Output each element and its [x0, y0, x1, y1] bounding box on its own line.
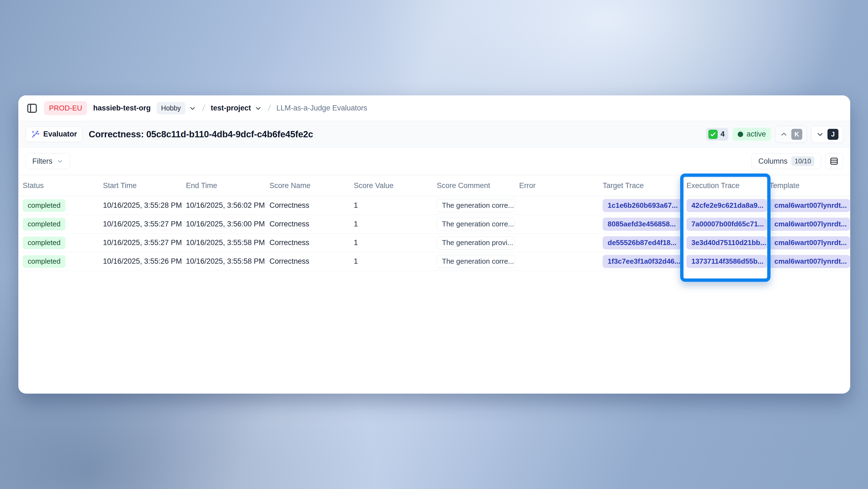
sidebar-toggle-icon[interactable]	[26, 102, 38, 114]
score-comment-pill[interactable]: The generation corre...	[437, 255, 515, 268]
col-header-error[interactable]: Error	[519, 181, 603, 190]
columns-count-badge: 10/10	[791, 156, 814, 166]
start-time-cell: 10/16/2025, 3:55:27 PM	[103, 238, 186, 247]
evaluator-detail-card: PROD-EU hassieb-test-org Hobby / test-pr…	[18, 95, 850, 394]
evaluator-type-label: Evaluator	[43, 130, 77, 138]
score-value-cell: 1	[354, 257, 437, 266]
status-badge: completed	[23, 255, 65, 268]
rows-icon	[829, 156, 839, 166]
execution-trace-link[interactable]: 42cfe2e9c621da8a9...	[686, 199, 767, 212]
breadcrumb-project-selector[interactable]: test-project	[211, 104, 262, 112]
wand-sparkles-icon	[31, 130, 40, 139]
col-header-execution-trace[interactable]: Execution Trace	[686, 181, 769, 190]
score-name-cell: Correctness	[270, 238, 354, 247]
score-value-cell: 1	[354, 220, 437, 228]
status-label: active	[746, 130, 766, 138]
chevron-down-icon	[56, 157, 64, 165]
breadcrumb-project: test-project	[211, 104, 251, 112]
row-height-button[interactable]	[825, 153, 843, 169]
score-name-cell: Correctness	[270, 220, 354, 228]
start-time-cell: 10/16/2025, 3:55:27 PM	[103, 220, 186, 228]
target-trace-link[interactable]: de55526b87ed4f18...	[603, 236, 682, 250]
previous-record-button[interactable]: K	[775, 126, 807, 143]
col-header-start-time[interactable]: Start Time	[103, 181, 186, 190]
col-header-score-comment[interactable]: Score Comment	[437, 181, 519, 190]
next-record-button[interactable]: J	[811, 126, 843, 143]
table-row[interactable]: completed 10/16/2025, 3:55:26 PM 10/16/2…	[18, 252, 850, 271]
col-header-score-name[interactable]: Score Name	[270, 181, 354, 190]
target-trace-link[interactable]: 1c1e6b260b693a67...	[603, 199, 683, 212]
score-comment-pill[interactable]: The generation corre...	[437, 218, 515, 231]
start-time-cell: 10/16/2025, 3:55:28 PM	[103, 201, 186, 210]
target-trace-link[interactable]: 8085aefd3e456858...	[603, 218, 681, 231]
table-row[interactable]: completed 10/16/2025, 3:55:28 PM 10/16/2…	[18, 196, 850, 215]
shortcut-key-k: K	[791, 129, 802, 140]
plan-badge: Hobby	[157, 102, 185, 114]
score-value-cell: 1	[354, 238, 437, 247]
breadcrumb-separator: /	[202, 103, 205, 113]
page-title: Correctness: 05c8c11d-b110-4db4-9dcf-c4b…	[89, 129, 313, 140]
chevron-down-icon	[816, 130, 824, 138]
breadcrumb-org[interactable]: hassieb-test-org	[93, 104, 151, 112]
breadcrumb-separator: /	[267, 103, 271, 113]
evaluator-type-badge: Evaluator	[26, 127, 82, 142]
col-header-end-time[interactable]: End Time	[186, 181, 270, 190]
start-time-cell: 10/16/2025, 3:55:26 PM	[103, 257, 186, 266]
result-count-badge: 4	[706, 128, 728, 141]
columns-label: Columns	[758, 157, 787, 166]
col-header-status[interactable]: Status	[23, 181, 103, 190]
table-toolbar: Filters Columns 10/10	[18, 147, 850, 175]
chevron-up-icon	[780, 130, 788, 138]
target-trace-link[interactable]: 1f3c7ee3f1a0f32d46...	[603, 255, 683, 268]
check-icon	[708, 130, 718, 139]
end-time-cell: 10/16/2025, 3:55:58 PM	[186, 238, 270, 247]
col-header-target-trace[interactable]: Target Trace	[603, 181, 686, 190]
env-badge[interactable]: PROD-EU	[44, 101, 87, 115]
breadcrumb: PROD-EU hassieb-test-org Hobby / test-pr…	[18, 95, 850, 121]
col-header-score-value[interactable]: Score Value	[354, 181, 437, 190]
chevron-down-icon	[254, 105, 262, 112]
end-time-cell: 10/16/2025, 3:55:58 PM	[186, 257, 270, 266]
execution-trace-link[interactable]: 13737114f3586d55b...	[686, 255, 767, 268]
score-value-cell: 1	[354, 201, 437, 210]
status-badge: completed	[23, 236, 65, 249]
execution-trace-link[interactable]: 3e3d40d75110d21bb...	[686, 236, 767, 250]
template-link[interactable]: cmal6wart007lynrdt...	[769, 236, 850, 250]
score-comment-pill[interactable]: The generation provi...	[437, 236, 515, 250]
end-time-cell: 10/16/2025, 3:56:02 PM	[186, 201, 270, 210]
filters-button[interactable]: Filters	[26, 153, 70, 169]
end-time-cell: 10/16/2025, 3:56:00 PM	[186, 220, 270, 228]
table-row[interactable]: completed 10/16/2025, 3:55:27 PM 10/16/2…	[18, 215, 850, 233]
result-count-value: 4	[720, 130, 724, 138]
score-comment-pill[interactable]: The generation corre...	[437, 199, 515, 212]
evaluator-header: Evaluator Correctness: 05c8c11d-b110-4db…	[18, 121, 850, 147]
filters-label: Filters	[32, 157, 53, 166]
template-link[interactable]: cmal6wart007lynrdt...	[769, 255, 850, 268]
score-name-cell: Correctness	[270, 257, 354, 266]
execution-trace-link[interactable]: 7a00007b00fd65c71...	[686, 218, 767, 231]
status-badge: active	[733, 128, 771, 141]
breadcrumb-page: LLM-as-a-Judge Evaluators	[276, 104, 367, 112]
table-row[interactable]: completed 10/16/2025, 3:55:27 PM 10/16/2…	[18, 233, 850, 252]
breadcrumb-plan-selector[interactable]: Hobby	[157, 102, 196, 114]
shortcut-key-j: J	[828, 129, 838, 140]
score-name-cell: Correctness	[270, 201, 354, 210]
status-badge: completed	[23, 218, 65, 231]
template-link[interactable]: cmal6wart007lynrdt...	[769, 199, 850, 212]
col-header-template[interactable]: Template	[769, 181, 850, 190]
template-link[interactable]: cmal6wart007lynrdt...	[769, 218, 850, 231]
table-header-row: Status Start Time End Time Score Name Sc…	[18, 175, 850, 196]
status-badge: completed	[23, 199, 65, 212]
columns-button[interactable]: Columns 10/10	[751, 153, 821, 169]
status-dot-icon	[738, 132, 743, 137]
chevron-down-icon	[189, 105, 196, 112]
